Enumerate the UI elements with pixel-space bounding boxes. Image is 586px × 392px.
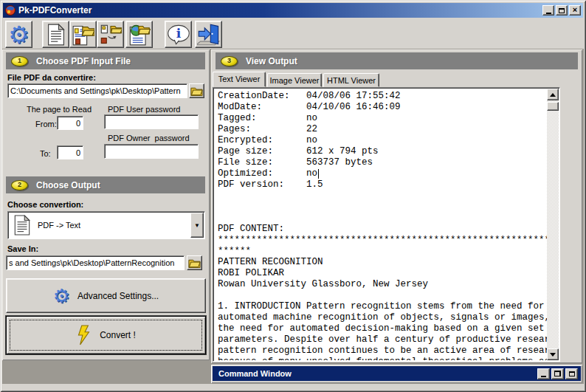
input-section-header: 1 Choose PDF Input File	[6, 52, 205, 69]
restore-icon	[554, 371, 561, 376]
command-window-titlebar[interactable]: Command Window	[213, 366, 581, 381]
advanced-settings-button[interactable]: ⚙ Advanced Settings...	[6, 278, 206, 313]
step-2-badge: 2	[11, 180, 28, 190]
view-output-panel: 3 View Output Text Viewer Image Viewer H…	[211, 49, 582, 363]
tab-text-viewer[interactable]: Text Viewer	[213, 72, 266, 87]
step-1-badge: 1	[11, 56, 28, 66]
window-title: Pk-PDFConverter	[18, 5, 541, 16]
tab-image-viewer-label: Image Viewer	[269, 76, 319, 85]
pdf-text-doc-icon	[14, 215, 30, 235]
web-document-button[interactable]	[125, 21, 153, 48]
command-window-bar[interactable]: Command Window	[211, 365, 582, 383]
owner-password-label: PDF Owner password	[108, 134, 190, 142]
pdf-output-text: CreationDate: 04/08/06 17:55:42 ModDate:…	[214, 89, 547, 360]
app-logo-icon	[5, 5, 15, 16]
to-page-input[interactable]	[57, 145, 83, 159]
svg-text:i: i	[176, 26, 181, 41]
open-folder-icon	[190, 86, 203, 96]
app-window: Pk-PDFConverter × ⚙	[0, 0, 586, 392]
scroll-down-button[interactable]	[547, 348, 559, 360]
user-password-label: PDF User password	[108, 105, 180, 114]
toolbar: ⚙	[2, 19, 584, 49]
tab-html-viewer[interactable]: HTML Viewer	[323, 73, 379, 87]
text-viewer[interactable]: CreationDate: 04/08/06 17:55:42 ModDate:…	[213, 87, 560, 362]
export-to-folder-icon	[100, 24, 122, 46]
output-section-title: Choose Output	[36, 180, 100, 190]
new-document-button[interactable]	[42, 21, 69, 48]
close-button[interactable]: ×	[569, 5, 581, 16]
scrollbar-thumb[interactable]	[547, 102, 559, 111]
info-button[interactable]: i	[165, 21, 192, 48]
maximize-button[interactable]	[556, 5, 568, 16]
owner-password-input[interactable]	[104, 144, 199, 159]
maximize-icon	[569, 371, 575, 376]
gear-icon: ⚙	[53, 286, 70, 306]
convertion-label: Choose convertion:	[7, 200, 83, 209]
input-section-title: Choose PDF Input File	[36, 56, 131, 66]
convert-label: Convert !	[100, 330, 136, 340]
open-document-icon	[72, 24, 94, 46]
minimize-icon	[546, 13, 551, 14]
info-icon: i	[167, 24, 190, 45]
close-icon: ×	[573, 6, 577, 14]
minimize-icon	[541, 376, 546, 377]
exit-button[interactable]	[195, 21, 222, 48]
advanced-settings-label: Advanced Settings...	[77, 291, 159, 301]
view-section-header: 3 View Output	[216, 52, 578, 69]
file-path-input[interactable]	[7, 83, 187, 98]
command-window-title: Command Window	[218, 369, 536, 378]
open-folder-icon	[188, 258, 201, 268]
tab-html-viewer-label: HTML Viewer	[327, 76, 376, 85]
save-in-input[interactable]	[6, 255, 185, 270]
scroll-up-button[interactable]	[547, 89, 559, 100]
from-page-input[interactable]	[57, 116, 83, 130]
title-bar[interactable]: Pk-PDFConverter ×	[3, 3, 583, 18]
tab-text-viewer-label: Text Viewer	[218, 75, 261, 83]
web-document-icon	[128, 24, 151, 46]
to-label: To:	[40, 149, 51, 158]
convertion-combobox[interactable]: PDF -> Text ▼	[7, 211, 205, 239]
file-input-label: File PDF da convertire:	[7, 73, 96, 82]
convertion-value: PDF -> Text	[30, 221, 190, 230]
step-3-badge: 3	[221, 56, 238, 66]
page-range-label: The page to Read	[27, 105, 92, 114]
save-in-label: Save In:	[7, 244, 38, 253]
open-document-button[interactable]	[69, 21, 97, 48]
vertical-scrollbar[interactable]	[547, 89, 559, 360]
settings-gear-icon: ⚙	[8, 23, 30, 47]
exit-door-icon	[197, 24, 221, 46]
scroll-up-icon	[550, 90, 556, 97]
text-caret	[318, 169, 319, 179]
scroll-down-icon	[550, 353, 556, 360]
browse-file-button[interactable]	[189, 83, 204, 98]
new-document-icon	[47, 24, 65, 46]
command-maximize-button[interactable]	[565, 368, 578, 379]
chevron-down-icon: ▼	[194, 222, 200, 229]
maximize-icon	[559, 8, 565, 13]
command-minimize-button[interactable]	[537, 368, 550, 379]
from-label: From:	[35, 120, 57, 128]
tab-image-viewer[interactable]: Image Viewer	[267, 73, 322, 87]
user-password-input[interactable]	[104, 114, 199, 129]
input-panel: 1 Choose PDF Input File File PDF da conv…	[2, 49, 210, 360]
dropdown-button[interactable]: ▼	[190, 213, 204, 238]
output-section-header: 2 Choose Output	[6, 176, 205, 193]
minimize-button[interactable]	[542, 5, 554, 16]
lightning-icon	[76, 325, 92, 345]
settings-button[interactable]: ⚙	[5, 21, 32, 48]
browse-save-button[interactable]	[187, 255, 202, 270]
export-to-folder-button[interactable]	[97, 21, 124, 48]
convert-button[interactable]: Convert !	[6, 316, 206, 354]
command-restore-button[interactable]	[551, 368, 564, 379]
text-viewer-content[interactable]: CreationDate: 04/08/06 17:55:42 ModDate:…	[214, 89, 547, 360]
view-section-title: View Output	[246, 56, 297, 66]
